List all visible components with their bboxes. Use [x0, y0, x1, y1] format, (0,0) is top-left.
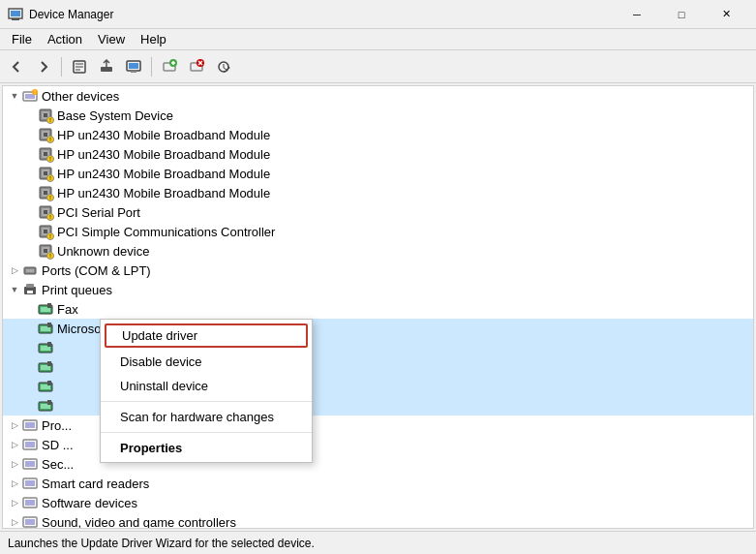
pci-serial-icon: !	[38, 204, 53, 220]
svg-rect-76	[25, 461, 35, 467]
svg-rect-2	[11, 11, 20, 16]
svg-rect-70	[47, 400, 51, 405]
maximize-button[interactable]: □	[659, 0, 704, 29]
minimize-button[interactable]: ─	[615, 0, 659, 29]
svg-rect-67	[47, 381, 51, 385]
menu-file[interactable]: File	[4, 30, 40, 48]
tree-item-hp4[interactable]: ▷ ! HP un2430 Mobile Broadband Module	[3, 183, 753, 202]
svg-rect-74	[25, 442, 35, 447]
tree-item-ports[interactable]: ▷ Ports (COM & LPT)	[3, 261, 753, 280]
properties-button[interactable]	[67, 54, 92, 79]
close-button[interactable]: ✕	[704, 0, 748, 29]
print3-icon	[38, 340, 53, 355]
ctx-separator-1	[101, 401, 312, 402]
other-devices-icon: !	[22, 88, 38, 104]
tree-item-other-devices[interactable]: ▼ ! Other devices	[3, 86, 753, 106]
svg-rect-10	[131, 71, 136, 73]
menu-help[interactable]: Help	[133, 30, 174, 48]
tree-item-smart-card[interactable]: ▷ Smart card readers	[3, 474, 753, 493]
print-queues-label: Print queues	[42, 283, 112, 297]
sec-icon	[22, 456, 38, 472]
ports-icon	[22, 262, 38, 278]
svg-rect-61	[47, 342, 51, 347]
pro-icon	[22, 417, 38, 433]
toolbar	[0, 50, 756, 83]
sd-expand: ▷	[7, 437, 22, 452]
tree-item-hp2[interactable]: ▷ ! HP un2430 Mobile Broadband Module	[3, 144, 753, 164]
fax-icon	[38, 301, 53, 317]
svg-rect-9	[129, 63, 138, 69]
pci-simple-icon: !	[38, 224, 53, 239]
svg-rect-49	[26, 269, 34, 272]
unknown-icon: !	[38, 243, 53, 259]
svg-rect-1	[12, 18, 19, 20]
hp2-icon: !	[38, 146, 53, 162]
print6-icon	[38, 398, 53, 414]
ports-label: Ports (COM & LPT)	[42, 263, 151, 278]
sound-icon	[22, 514, 38, 529]
tree-item-print-queues[interactable]: ▼ Print queues	[3, 280, 753, 299]
uninstall-button[interactable]	[184, 54, 209, 79]
tree-item-software[interactable]: ▷ Software devices	[3, 493, 753, 512]
software-expand: ▷	[7, 495, 22, 510]
fax-label: Fax	[57, 302, 78, 317]
svg-rect-52	[27, 291, 33, 293]
menu-view[interactable]: View	[90, 30, 133, 48]
hp2-label: HP un2430 Mobile Broadband Module	[57, 147, 270, 162]
tree-item-pci-simple[interactable]: ▷ ! PCI Simple Communications Controller	[3, 222, 753, 241]
device-tree[interactable]: ▼ ! Other devices ▷ !	[2, 85, 754, 529]
ctx-uninstall-device[interactable]: Uninstall device	[101, 374, 312, 398]
print4-icon	[38, 359, 53, 375]
ctx-scan-hardware[interactable]: Scan for hardware changes	[101, 405, 312, 429]
software-label: Software devices	[42, 496, 137, 510]
ms-print-icon	[38, 321, 53, 336]
forward-button[interactable]	[31, 54, 56, 79]
status-text: Launches the Update Driver Wizard for th…	[8, 537, 315, 550]
svg-rect-51	[26, 284, 34, 288]
tree-item-hp3[interactable]: ▷ ! HP un2430 Mobile Broadband Module	[3, 164, 753, 183]
svg-rect-7	[101, 67, 112, 72]
back-button[interactable]	[4, 54, 29, 79]
sound-label: Sound, video and game controllers	[42, 515, 236, 530]
computer-button[interactable]	[121, 54, 146, 79]
unknown-label: Unknown device	[57, 244, 149, 259]
ctx-properties[interactable]: Properties	[101, 436, 312, 460]
base-system-label: Base System Device	[57, 108, 173, 123]
print-expand: ▼	[7, 282, 22, 297]
tree-item-pci-serial[interactable]: ▷ ! PCI Serial Port	[3, 202, 753, 222]
app-icon	[8, 7, 23, 22]
sound-expand: ▷	[7, 514, 22, 529]
tree-item-fax[interactable]: ▷ Fax	[3, 299, 753, 319]
tree-item-sound[interactable]: ▷ Sound, video and game controllers	[3, 512, 753, 529]
main-area: ▼ ! Other devices ▷ !	[0, 83, 756, 531]
menu-action[interactable]: Action	[40, 30, 90, 48]
tree-item-hp1[interactable]: ▷ ! HP un2430 Mobile Broadband Module	[3, 125, 753, 144]
toolbar-separator-2	[151, 57, 152, 77]
context-menu: Update driver Disable device Uninstall d…	[100, 319, 313, 463]
print-queues-icon	[22, 282, 38, 297]
ctx-update-driver[interactable]: Update driver	[105, 323, 308, 348]
sd-icon	[22, 437, 38, 452]
sec-label: Sec...	[42, 457, 74, 472]
window-title: Device Manager	[29, 8, 615, 21]
tree-item-base-system[interactable]: ▷ ! Base System Device	[3, 106, 753, 125]
pro-label: Pro...	[42, 418, 72, 433]
update-driver-toolbar-button[interactable]	[94, 54, 119, 79]
ctx-disable-device[interactable]: Disable device	[101, 350, 312, 374]
other-devices-label: Other devices	[42, 89, 119, 104]
ctx-update-label: Update driver	[122, 328, 197, 343]
scan-changes-button[interactable]	[211, 54, 236, 79]
sec-expand: ▷	[7, 456, 22, 472]
tree-item-unknown[interactable]: ▷ ! Unknown device	[3, 241, 753, 261]
ctx-uninstall-label: Uninstall device	[120, 379, 208, 393]
ports-expand: ▷	[7, 262, 22, 278]
expand-icon: ▼	[7, 88, 22, 104]
hp1-icon: !	[38, 127, 53, 142]
base-system-icon: !	[38, 108, 53, 123]
hp3-icon: !	[38, 166, 53, 181]
ctx-separator-2	[101, 432, 312, 433]
hp4-label: HP un2430 Mobile Broadband Module	[57, 186, 270, 200]
smart-card-icon	[22, 476, 38, 491]
svg-rect-80	[25, 500, 35, 506]
add-legacy-button[interactable]	[157, 54, 182, 79]
